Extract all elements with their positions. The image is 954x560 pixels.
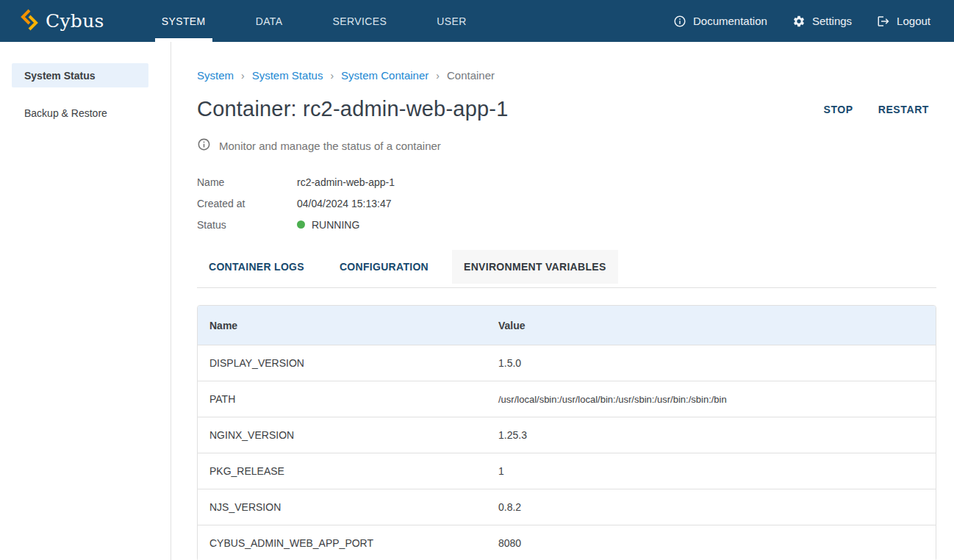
table-row: CYBUS_ADMIN_WEB_APP_PORT 8080	[198, 525, 936, 560]
brand-logo[interactable]: Cybus	[0, 0, 126, 42]
detail-row-status: Status RUNNING	[197, 214, 936, 235]
settings-label: Settings	[812, 15, 852, 27]
detail-value: 04/04/2024 15:13:47	[297, 198, 391, 209]
table-row: NJS_VERSION 0.8.2	[198, 489, 936, 525]
stop-button[interactable]: STOP	[816, 99, 860, 120]
column-header-value: Value	[487, 320, 936, 331]
navbar-actions: Documentation Settings Logout	[673, 0, 954, 42]
tab-configuration[interactable]: CONFIGURATION	[328, 250, 440, 284]
page-subtitle: Monitor and manage the status of a conta…	[219, 140, 441, 152]
detail-value: rc2-admin-web-app-1	[297, 176, 395, 188]
breadcrumb: System › System Status › System Containe…	[197, 69, 936, 82]
env-value: 1	[487, 465, 936, 477]
env-value: 1.5.0	[487, 357, 936, 369]
top-navbar: Cybus SYSTEM DATA SERVICES USER Document…	[0, 0, 954, 42]
tabs-divider	[197, 287, 936, 288]
gear-icon	[792, 15, 806, 28]
table-row: DISPLAY_VERSION 1.5.0	[198, 345, 936, 381]
container-details: Name rc2-admin-web-app-1 Created at 04/0…	[197, 171, 936, 235]
main-content: System › System Status › System Containe…	[171, 42, 954, 560]
table-row: PATH /usr/local/sbin:/usr/local/bin:/usr…	[198, 381, 936, 417]
env-name: DISPLAY_VERSION	[198, 357, 487, 369]
table-row: PKG_RELEASE 1	[198, 453, 936, 489]
detail-label: Name	[197, 176, 297, 188]
breadcrumb-link-system[interactable]: System	[197, 69, 234, 82]
env-name: PATH	[198, 393, 487, 405]
detail-row-created-at: Created at 04/04/2024 15:13:47	[197, 193, 936, 214]
table-row: NGINX_VERSION 1.25.3	[198, 417, 936, 453]
detail-label: Created at	[197, 198, 297, 209]
logout-button[interactable]: Logout	[877, 15, 930, 28]
info-circle-icon	[673, 15, 686, 28]
nav-tab-user[interactable]: USER	[412, 0, 492, 42]
info-circle-icon	[197, 137, 211, 154]
logout-label: Logout	[897, 15, 930, 27]
brand-name: Cybus	[46, 10, 104, 32]
env-name: PKG_RELEASE	[198, 465, 487, 477]
breadcrumb-separator: ›	[330, 70, 334, 82]
documentation-link[interactable]: Documentation	[673, 15, 767, 28]
page-title: Container: rc2-admin-web-app-1	[197, 97, 508, 121]
sidebar-item-backup-restore[interactable]: Backup & Restore	[12, 101, 148, 125]
detail-label: Status	[197, 219, 297, 231]
env-value: 0.8.2	[487, 501, 936, 513]
breadcrumb-separator: ›	[241, 70, 245, 82]
sidebar-item-system-status[interactable]: System Status	[12, 63, 148, 87]
env-name: NGINX_VERSION	[198, 429, 487, 441]
env-name: CYBUS_ADMIN_WEB_APP_PORT	[198, 537, 487, 549]
env-value: 1.25.3	[487, 429, 936, 441]
table-header-row: Name Value	[198, 306, 936, 345]
environment-variables-table: Name Value DISPLAY_VERSION 1.5.0 PATH /u…	[197, 305, 936, 560]
nav-tab-data[interactable]: DATA	[231, 0, 308, 42]
documentation-label: Documentation	[693, 15, 767, 27]
detail-row-name: Name rc2-admin-web-app-1	[197, 171, 936, 193]
settings-button[interactable]: Settings	[792, 15, 852, 28]
nav-tab-system[interactable]: SYSTEM	[137, 0, 231, 42]
column-header-name: Name	[198, 320, 487, 331]
breadcrumb-link-system-container[interactable]: System Container	[341, 69, 428, 82]
breadcrumb-separator: ›	[436, 70, 440, 82]
tab-environment-variables[interactable]: ENVIRONMENT VARIABLES	[452, 250, 618, 284]
main-nav: SYSTEM DATA SERVICES USER	[137, 0, 492, 42]
env-value: 8080	[487, 537, 936, 549]
breadcrumb-link-system-status[interactable]: System Status	[252, 69, 323, 82]
env-value: /usr/local/sbin:/usr/local/bin:/usr/sbin…	[487, 394, 936, 405]
breadcrumb-current: Container	[447, 69, 495, 82]
sidebar: System Status Backup & Restore	[0, 42, 171, 560]
logout-icon	[877, 15, 890, 28]
detail-tabs: CONTAINER LOGS CONFIGURATION ENVIRONMENT…	[197, 250, 936, 284]
cybus-logo-icon	[20, 9, 39, 34]
nav-tab-services[interactable]: SERVICES	[308, 0, 412, 42]
restart-button[interactable]: RESTART	[871, 99, 936, 120]
status-badge: RUNNING	[312, 219, 359, 231]
status-running-dot	[297, 220, 305, 229]
env-name: NJS_VERSION	[198, 501, 487, 513]
tab-container-logs[interactable]: CONTAINER LOGS	[197, 250, 316, 284]
